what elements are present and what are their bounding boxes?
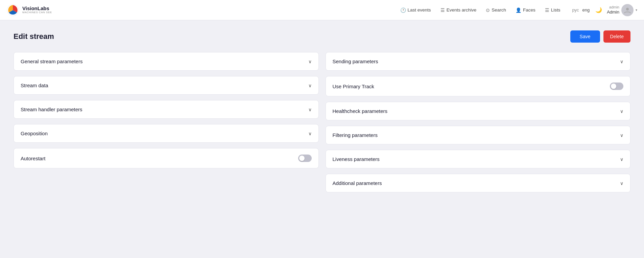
save-button[interactable]: Save bbox=[570, 30, 600, 43]
panel-geoposition-header[interactable]: Geoposition ∨ bbox=[14, 124, 318, 142]
chevron-down-icon: ∨ bbox=[620, 109, 623, 114]
panel-stream-handler-parameters-header[interactable]: Stream handler parameters ∨ bbox=[14, 100, 318, 118]
avatar bbox=[621, 4, 634, 16]
user-role: admin bbox=[607, 5, 619, 9]
nav-lists[interactable]: ☰ Lists bbox=[541, 5, 565, 15]
theme-toggle-button[interactable]: 🌙 bbox=[594, 5, 603, 15]
panel-liveness-parameters-header[interactable]: Liveness parameters ∨ bbox=[326, 150, 630, 168]
panel-filtering-parameters: Filtering parameters ∨ bbox=[326, 126, 631, 144]
nav-events-archive[interactable]: ☰ Events archive bbox=[436, 5, 481, 15]
use-primary-track-toggle[interactable] bbox=[610, 83, 623, 90]
panel-autorestart-row: Autorestart bbox=[14, 148, 318, 168]
logo-area[interactable]: VisionLabs MACHINES CAN SEE bbox=[7, 4, 52, 16]
user-menu-chevron-down-icon: ▾ bbox=[636, 8, 637, 12]
panel-general-stream-parameters-label: General stream parameters bbox=[21, 58, 82, 64]
panel-sending-parameters-header[interactable]: Sending parameters ∨ bbox=[326, 52, 630, 70]
search-icon: ⊙ bbox=[486, 7, 490, 13]
panel-use-primary-track: Use Primary Track bbox=[326, 76, 631, 96]
panel-healthcheck-parameters: Healthcheck parameters ∨ bbox=[326, 102, 631, 120]
chevron-down-icon: ∨ bbox=[308, 59, 312, 64]
delete-button[interactable]: Delete bbox=[603, 30, 630, 43]
panels-grid: General stream parameters ∨ Stream data … bbox=[14, 52, 630, 192]
panel-use-primary-track-label: Use Primary Track bbox=[333, 84, 374, 89]
panel-general-stream-parameters-header[interactable]: General stream parameters ∨ bbox=[14, 52, 318, 70]
panel-use-primary-track-row: Use Primary Track bbox=[326, 76, 630, 96]
panel-additional-parameters-header[interactable]: Additional parameters ∨ bbox=[326, 174, 630, 192]
nav-lists-label: Lists bbox=[551, 7, 560, 13]
panel-additional-parameters-label: Additional parameters bbox=[333, 180, 382, 186]
nav-last-events-label: Last events bbox=[408, 7, 431, 13]
panel-geoposition-label: Geoposition bbox=[21, 131, 48, 136]
panel-stream-handler-parameters: Stream handler parameters ∨ bbox=[14, 100, 319, 119]
page-header: Edit stream Save Delete bbox=[14, 30, 630, 43]
lang-eng[interactable]: eng bbox=[581, 7, 591, 13]
panel-geoposition: Geoposition ∨ bbox=[14, 124, 319, 143]
panel-additional-parameters: Additional parameters ∨ bbox=[326, 174, 631, 192]
chevron-down-icon: ∨ bbox=[620, 133, 623, 138]
panel-general-stream-parameters: General stream parameters ∨ bbox=[14, 52, 319, 71]
main-content: Edit stream Save Delete General stream p… bbox=[0, 20, 644, 203]
user-name: Admin bbox=[607, 9, 619, 15]
autorestart-toggle[interactable] bbox=[298, 155, 312, 162]
chevron-down-icon: ∨ bbox=[308, 83, 312, 88]
clock-icon: 🕐 bbox=[400, 7, 406, 13]
panel-filtering-parameters-header[interactable]: Filtering parameters ∨ bbox=[326, 126, 630, 144]
panel-stream-data-label: Stream data bbox=[21, 83, 48, 88]
chevron-down-icon: ∨ bbox=[308, 131, 312, 136]
svg-point-1 bbox=[626, 8, 629, 10]
panel-liveness-parameters-label: Liveness parameters bbox=[333, 156, 380, 162]
lists-icon: ☰ bbox=[545, 7, 549, 13]
chevron-down-icon: ∨ bbox=[620, 181, 623, 186]
chevron-down-icon: ∨ bbox=[308, 107, 312, 112]
header: VisionLabs MACHINES CAN SEE 🕐 Last event… bbox=[0, 0, 644, 20]
panel-autorestart: Autorestart bbox=[14, 148, 319, 168]
main-nav: 🕐 Last events ☰ Events archive ⊙ Search … bbox=[396, 5, 565, 15]
lang-switcher: рус eng bbox=[571, 7, 591, 13]
chevron-down-icon: ∨ bbox=[620, 157, 623, 162]
nav-faces[interactable]: 👤 Faces bbox=[511, 5, 540, 15]
right-column: Sending parameters ∨ Use Primary Track H… bbox=[326, 52, 631, 192]
panel-liveness-parameters: Liveness parameters ∨ bbox=[326, 150, 631, 168]
panel-filtering-parameters-label: Filtering parameters bbox=[333, 132, 378, 138]
faces-icon: 👤 bbox=[516, 7, 521, 13]
panel-sending-parameters-label: Sending parameters bbox=[333, 58, 378, 64]
panel-healthcheck-parameters-header[interactable]: Healthcheck parameters ∨ bbox=[326, 102, 630, 120]
panel-autorestart-label: Autorestart bbox=[21, 156, 45, 161]
archive-icon: ☰ bbox=[440, 7, 445, 13]
nav-events-archive-label: Events archive bbox=[447, 7, 477, 13]
logo-icon bbox=[7, 4, 19, 16]
logo-subtitle: MACHINES CAN SEE bbox=[22, 11, 52, 14]
user-menu[interactable]: admin Admin ▾ bbox=[607, 4, 637, 16]
lang-rus[interactable]: рус bbox=[571, 7, 580, 13]
logo-title: VisionLabs bbox=[22, 6, 52, 11]
nav-faces-label: Faces bbox=[523, 7, 535, 13]
page-title: Edit stream bbox=[14, 32, 54, 41]
panel-sending-parameters: Sending parameters ∨ bbox=[326, 52, 631, 71]
nav-last-events[interactable]: 🕐 Last events bbox=[396, 5, 435, 15]
panel-stream-data-header[interactable]: Stream data ∨ bbox=[14, 76, 318, 94]
panel-stream-handler-parameters-label: Stream handler parameters bbox=[21, 107, 82, 112]
nav-search-label: Search bbox=[492, 7, 506, 13]
chevron-down-icon: ∨ bbox=[620, 59, 623, 64]
use-primary-track-toggle-thumb bbox=[611, 84, 616, 89]
left-column: General stream parameters ∨ Stream data … bbox=[14, 52, 319, 192]
panel-healthcheck-parameters-label: Healthcheck parameters bbox=[333, 108, 388, 114]
autorestart-toggle-thumb bbox=[299, 156, 305, 161]
nav-search[interactable]: ⊙ Search bbox=[482, 5, 510, 15]
user-info: admin Admin bbox=[607, 5, 619, 15]
action-buttons: Save Delete bbox=[570, 30, 630, 43]
panel-stream-data: Stream data ∨ bbox=[14, 76, 319, 95]
